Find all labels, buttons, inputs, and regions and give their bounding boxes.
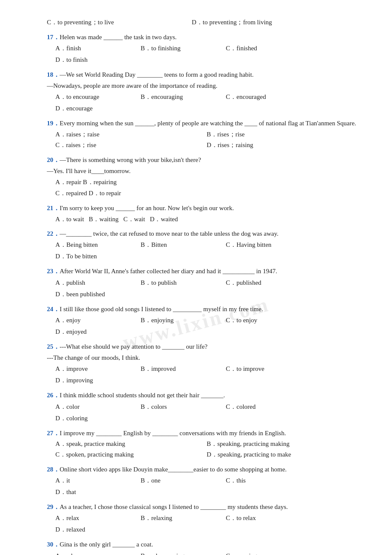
q30-optC: C．wearing xyxy=(226,550,303,555)
q29-optC: C．to relax xyxy=(226,512,303,524)
q23-stem: After World War II, Anne's father collec… xyxy=(60,268,277,275)
q26-number: 26． xyxy=(47,392,60,399)
q24-number: 24． xyxy=(47,306,60,312)
q17-optD: D．to finish xyxy=(55,54,132,66)
q23-optC: C．published xyxy=(226,277,303,289)
q18-stem1: —We set World Reading Day ________ teens… xyxy=(60,71,254,78)
q22-optA: A．Being bitten xyxy=(55,239,132,251)
q20-number: 20． xyxy=(47,156,60,163)
q17-optA: A．finish xyxy=(55,43,132,54)
q18-optB: B．encouraging xyxy=(141,91,217,103)
q18-optD: D．encourage xyxy=(55,103,132,114)
q26-stem: I think middle school students should no… xyxy=(60,392,225,399)
q20-stem1: —There is something wrong with your bike… xyxy=(60,156,201,163)
q22-optD: D．To be bitten xyxy=(55,251,132,262)
q17-optC: C．finished xyxy=(226,43,303,54)
q23-optB: B．to publish xyxy=(141,277,217,289)
q28-optD: D．that xyxy=(55,486,132,498)
q25-optB: B．improved xyxy=(141,363,217,375)
q21-number: 21． xyxy=(47,205,60,211)
q28-optB: B．one xyxy=(141,475,217,486)
question-17: 17．Helen was made ______ the task in two… xyxy=(47,32,358,66)
q25-stem2: ---The change of our moods, I think. xyxy=(47,352,358,363)
q27-optC: C．spoken, practicing making xyxy=(55,449,207,460)
q19-stem: Every morning when the sun ______, plent… xyxy=(60,120,356,127)
q26-optB: B．colors xyxy=(141,401,217,413)
q30-stem: Gina is the only girl _______ a coat. xyxy=(60,541,153,548)
cd-continuation-row: C．to preventing；to live D．to preventing；… xyxy=(47,17,358,28)
q22-number: 22． xyxy=(47,230,60,237)
q23-optD: D．been published xyxy=(55,289,132,300)
q19-optC: C．raises；rise xyxy=(55,140,207,151)
q23-optA: A．publish xyxy=(55,277,132,289)
question-20: 20．—There is something wrong with your b… xyxy=(47,154,358,199)
q18-number: 18． xyxy=(47,71,60,78)
q23-number: 23． xyxy=(47,268,60,275)
q22-optC: C．Having bitten xyxy=(226,239,303,251)
question-23: 23．After World War II, Anne's father col… xyxy=(47,266,358,300)
q20-opts-line1: A．repair B．repairing xyxy=(55,176,358,188)
q25-optD: D．improving xyxy=(55,375,132,386)
q19-optB: B．rises；rise xyxy=(207,129,358,140)
q17-optB: B．to finishing xyxy=(141,43,217,54)
q29-stem: As a teacher, I chose those classical so… xyxy=(60,503,288,510)
q28-stem: Online short video apps like Douyin make… xyxy=(60,466,287,473)
q19-optD: D．rises；raising xyxy=(207,140,358,151)
q27-number: 27． xyxy=(47,430,60,436)
q24-optC: C．to enjoy xyxy=(226,315,303,326)
q30-optB: B．who wearing xyxy=(141,550,217,555)
q21-stem: I'm sorry to keep you ______ for an hour… xyxy=(60,205,234,211)
q18-optC: C．encouraged xyxy=(226,91,303,103)
q26-optD: D．coloring xyxy=(55,413,132,424)
question-25: 25．---What else should we pay attention … xyxy=(47,341,358,387)
q27-optA: A．speak, practice making xyxy=(55,439,207,450)
question-27: 27．I improve my ________ English by ____… xyxy=(47,428,358,460)
option-d-prev: D．to preventing；from living xyxy=(192,17,272,28)
question-30: 30．Gina is the only girl _______ a coat.… xyxy=(47,539,358,555)
q24-stem: I still like those good old songs I list… xyxy=(60,306,263,312)
q24-optD: D．enjoyed xyxy=(55,326,132,338)
q19-number: 19． xyxy=(47,120,60,127)
q30-number: 30． xyxy=(47,541,60,548)
q25-number: 25． xyxy=(47,343,60,350)
q25-stem1: ---What else should we pay attention to … xyxy=(60,343,208,350)
question-22: 22．—________ twice, the cat refused to m… xyxy=(47,228,358,262)
q18-stem2: —Nowadays, people are more aware of the … xyxy=(47,80,358,91)
q29-optB: B．relaxing xyxy=(141,512,217,524)
q24-optB: B．enjoying xyxy=(141,315,217,326)
question-24: 24．I still like those good old songs I l… xyxy=(47,304,358,338)
q27-optD: D．speaking, practicing to make xyxy=(207,449,358,460)
option-c-prev: C．to preventing；to live xyxy=(47,17,192,28)
q25-optC: C．to improve xyxy=(226,363,303,375)
q27-optB: B．speaking, practicing making xyxy=(207,439,358,450)
q17-number: 17． xyxy=(47,34,60,40)
q21-options: A．to wait B．waiting C．wait D．waited xyxy=(55,214,358,225)
q29-number: 29． xyxy=(47,503,60,510)
q30-optA: A．who wear xyxy=(55,550,132,555)
question-26: 26．I think middle school students should… xyxy=(47,390,358,424)
q29-optA: A．relax xyxy=(55,512,132,524)
q20-stem2: —Yes. I'll have it____tomorrow. xyxy=(47,165,358,176)
q22-optB: B．Bitten xyxy=(141,239,217,251)
q25-optA: A．improve xyxy=(55,363,132,375)
question-21: 21．I'm sorry to keep you ______ for an h… xyxy=(47,202,358,225)
q28-optC: C．this xyxy=(226,475,303,486)
q20-opts-line2: C．repaired D．to repair xyxy=(55,188,358,199)
q27-stem: I improve my ________ English by _______… xyxy=(60,430,286,436)
q28-optA: A．it xyxy=(55,475,132,486)
question-18: 18．—We set World Reading Day ________ te… xyxy=(47,69,358,115)
q18-optA: A．to encourage xyxy=(55,91,132,103)
q24-optA: A．enjoy xyxy=(55,315,132,326)
q22-stem: —________ twice, the cat refused to move… xyxy=(60,230,278,237)
question-29: 29．As a teacher, I chose those classical… xyxy=(47,501,358,535)
q28-number: 28． xyxy=(47,466,60,473)
q26-optA: A．color xyxy=(55,401,132,413)
q26-optC: C．colored xyxy=(226,401,303,413)
question-28: 28．Online short video apps like Douyin m… xyxy=(47,464,358,498)
q29-optD: D．relaxed xyxy=(55,524,132,535)
question-19: 19．Every morning when the sun ______, pl… xyxy=(47,118,358,150)
q17-stem: Helen was made ______ the task in two da… xyxy=(60,34,177,40)
q19-optA: A．raises；raise xyxy=(55,129,207,140)
